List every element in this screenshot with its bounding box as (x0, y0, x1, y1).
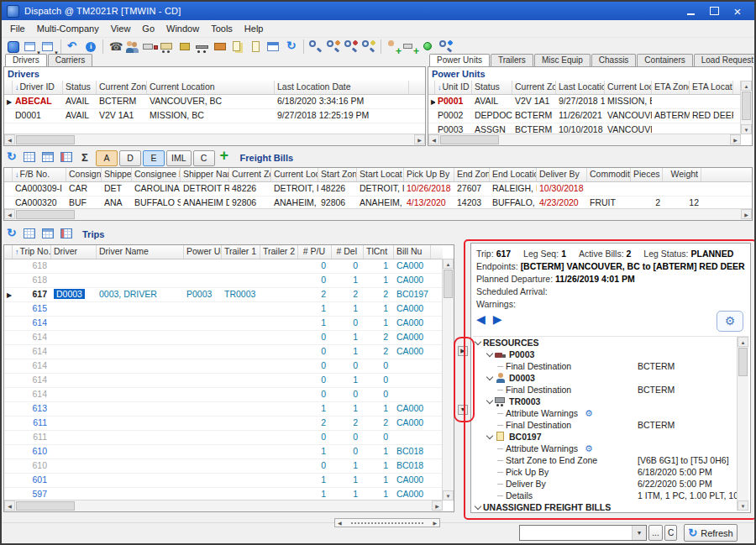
cell-trip-no[interactable]: 610 (13, 445, 51, 459)
cell-tlcnt[interactable]: 1 (364, 317, 394, 330)
scroll-right-icon[interactable]: ▶ (414, 134, 425, 144)
cell-trip-no[interactable]: 610 (13, 459, 51, 473)
tree-row[interactable]: Details ⚙ 1 ITM, 1 PC, 1.00 PLT, 1000.00… (473, 490, 738, 501)
cell-trailer-1[interactable] (222, 474, 260, 487)
col-current-location[interactable]: Current Loc (271, 168, 318, 181)
col-last-location-date[interactable]: Last Location D (556, 81, 605, 94)
scroll-left-icon[interactable]: ◀ (338, 520, 342, 526)
cell-trip-no[interactable]: 614 (13, 317, 51, 330)
cell-num-pu[interactable]: 0 (298, 374, 332, 387)
cell-driver[interactable] (51, 302, 97, 316)
tree-row[interactable]: BC0197 ⚙ (473, 431, 738, 443)
cell-power-unit[interactable] (184, 259, 222, 273)
cell-driver[interactable] (51, 274, 97, 287)
col-status[interactable]: Status (472, 81, 512, 94)
cell-bill-no[interactable]: CA000 (394, 488, 431, 500)
scroll-up-icon[interactable]: ▲ (738, 337, 748, 347)
cell-bill-no[interactable]: CA000 (394, 345, 431, 359)
cell-trailer-2[interactable] (260, 274, 298, 287)
cell-eta-zone[interactable] (652, 95, 690, 108)
splitter-expand-button[interactable]: ▼ (458, 405, 468, 415)
grid-view-icon[interactable] (22, 226, 39, 243)
dispatch-view-combo[interactable]: ▼ (519, 525, 647, 541)
driver-row[interactable]: ▶ D0001 AVAIL V2V 1A1 MISSION, BC 9/27/2… (4, 109, 425, 123)
cell-trailer-2[interactable] (260, 374, 298, 387)
cell-num-pu[interactable]: 0 (298, 345, 332, 359)
chevron-down-icon[interactable] (473, 506, 483, 509)
col-shipper[interactable]: Shipper (102, 168, 132, 181)
cell-trailer-2[interactable] (260, 417, 298, 430)
cell-driver-name[interactable] (97, 274, 184, 287)
cell-trip-no[interactable]: 617 (13, 288, 51, 301)
cell-trailer-2[interactable] (260, 317, 298, 330)
tree-row[interactable]: Deliver By ⚙ 6/22/2020 5:00 PM (473, 478, 738, 490)
col-eta-zone[interactable]: ETA Zone (652, 81, 690, 94)
cell-driver-id[interactable]: ABECAL (13, 95, 63, 108)
cell-zone[interactable]: BCTERM (512, 109, 556, 123)
filter-e-button[interactable]: E (143, 150, 165, 166)
chevron-down-icon[interactable] (485, 436, 495, 438)
col-end-zone[interactable]: End Zone (454, 168, 490, 181)
cell-trailer-1[interactable] (222, 259, 260, 273)
cell-driver-name[interactable] (97, 445, 184, 459)
c-button[interactable]: C (664, 525, 677, 541)
trip-row[interactable]: ▶ 611 0 0 0 (4, 431, 443, 445)
cell-bill-no[interactable]: BC018 (394, 445, 431, 459)
scroll-left-icon[interactable]: ◀ (428, 134, 439, 144)
tree-row[interactable]: Attribute Warnings ⚙ (473, 407, 738, 419)
cell-tlcnt[interactable]: 2 (364, 288, 394, 301)
cell-trip-no[interactable]: 611 (13, 431, 51, 444)
cell-trailer-2[interactable] (260, 402, 298, 416)
trip-row[interactable]: ▶ 614 0 1 0 (4, 374, 443, 388)
prev-leg-button[interactable]: ◀ (476, 312, 486, 326)
trip-row[interactable]: ▶ 618 0 0 1 CA000 (4, 259, 443, 274)
cell-power-unit[interactable] (184, 488, 222, 500)
cell-trailer-1[interactable] (222, 331, 260, 344)
cell-bill-no[interactable]: CA000 (394, 402, 431, 416)
menu-item[interactable]: View (105, 22, 137, 35)
cell-bill-no[interactable] (394, 388, 431, 401)
add-freight-bill-button[interactable] (217, 149, 234, 166)
trips-vscrollbar[interactable]: ▲▼ (442, 259, 454, 500)
filter-c-button[interactable]: C (193, 150, 215, 166)
trip-row[interactable]: ▶ 614 0 1 2 CA000 (4, 331, 443, 345)
scroll-up-icon[interactable]: ▲ (443, 259, 454, 269)
cell-bill-no[interactable]: CA000 (394, 302, 431, 316)
col-driver-name[interactable]: Driver Name (97, 245, 184, 259)
trip-row[interactable]: ▶ 610 1 0 1 BC018 (4, 445, 443, 459)
cell-trailer-1[interactable] (222, 488, 260, 500)
cell-num-del[interactable]: 1 (332, 474, 364, 487)
cell-tlcnt[interactable]: 0 (364, 388, 394, 401)
col-end-location[interactable]: End Locatic (490, 168, 537, 181)
cell-bill-no[interactable]: CA000 (394, 417, 431, 430)
cell-location[interactable]: MISSION, BC (147, 109, 275, 123)
grid-filter-icon[interactable] (59, 226, 76, 243)
filter-iml-button[interactable]: IML (166, 150, 192, 166)
cell-date[interactable]: 6/18/2020 3:34:16 PM (275, 95, 409, 108)
cell-num-pu[interactable]: 1 (298, 402, 332, 416)
cell-driver[interactable] (51, 402, 97, 416)
cell-driver[interactable] (51, 345, 97, 359)
scroll-right-icon[interactable]: ▶ (432, 500, 443, 511)
cell-num-del[interactable]: 1 (332, 459, 364, 473)
cell-num-del[interactable]: 0 (332, 359, 364, 373)
cell-driver-name[interactable] (97, 317, 184, 330)
col-current-location[interactable]: Current Locatio (605, 81, 652, 94)
col-fb-no[interactable]: ↓F/B No. (13, 168, 66, 181)
power-unit-row[interactable]: ▶ P0002 DEPDOCK BCTERM 11/26/2021 2:34 V… (428, 109, 741, 123)
cell-trip-no[interactable]: 618 (13, 274, 51, 287)
containers-icon[interactable]: ▼ (213, 39, 229, 55)
refresh-button[interactable]: ↻Refresh (684, 524, 738, 542)
freight-bills-icon[interactable]: ▼ (248, 39, 265, 55)
cell-bill-no[interactable] (394, 431, 431, 444)
load-requests-icon[interactable]: ▼ (230, 39, 247, 55)
cell-driver[interactable] (51, 374, 97, 387)
drivers-hscrollbar[interactable]: ◀▶ (4, 134, 425, 145)
col-last-location-date[interactable]: Last Location Date (275, 81, 409, 94)
cell-power-unit[interactable] (184, 274, 222, 287)
cell-tlcnt[interactable]: 1 (364, 488, 394, 500)
panel-splitter-scrollbar[interactable]: ◀▶ (334, 518, 440, 527)
find-freight-bill-icon[interactable]: ▼ (307, 39, 324, 55)
cell-power-unit[interactable] (184, 388, 222, 401)
col-num-pu[interactable]: # P/U (298, 245, 332, 259)
